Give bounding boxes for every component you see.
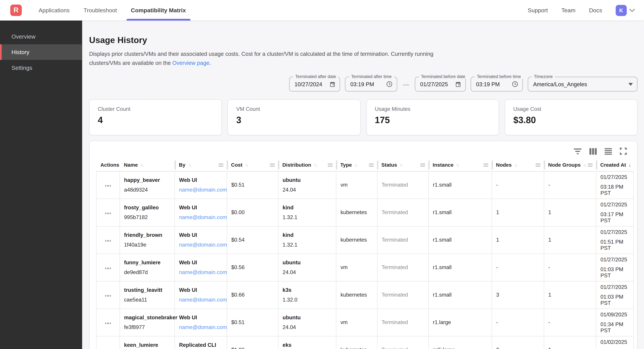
sort-icon: ↑↓ [188, 162, 192, 167]
columns-icon[interactable] [589, 148, 597, 154]
instance-cell: r1.small [429, 281, 492, 309]
card-value: 3 [236, 115, 352, 125]
terminated-before-time-input[interactable]: Terminated before time 03:19 PM [471, 77, 523, 91]
app-logo[interactable]: R [10, 4, 22, 16]
name-cell: friendly_brown1f40a19e [120, 226, 175, 254]
tab-troubleshoot[interactable]: Troubleshoot [76, 0, 124, 20]
nodes-cell: - [492, 309, 544, 336]
status-cell: Terminated [377, 254, 428, 281]
chevron-down-icon[interactable] [629, 8, 635, 12]
sort-icon: ↑↓ [245, 162, 249, 167]
column-menu-icon[interactable] [328, 163, 332, 167]
nodes-cell: 1 [492, 226, 544, 254]
terminated-before-date-input[interactable]: Terminated before date 01/27/2025 [415, 77, 466, 91]
density-icon[interactable] [604, 148, 612, 154]
instance-cell: m6i.large [429, 336, 492, 349]
calendar-icon[interactable] [329, 81, 336, 87]
field-value[interactable]: America/Los_Angeles [533, 81, 587, 87]
table-toolbar [90, 146, 637, 159]
email-link[interactable]: name@domain.com [179, 324, 227, 330]
main-content: Usage History Displays prior clusters/VM… [82, 20, 644, 349]
sort-icon: ↑↓ [514, 162, 518, 167]
avatar[interactable]: K [616, 5, 627, 16]
col-header-cost[interactable]: Cost↑↓ [227, 159, 278, 171]
by-cell: Web UIname@domain.com [175, 309, 227, 336]
type-cell: vm [336, 171, 377, 199]
col-header-status[interactable]: Status↑↓ [377, 159, 428, 171]
email-link[interactable]: name@domain.com [179, 214, 227, 220]
email-link[interactable]: name@domain.com [179, 269, 227, 275]
overview-page-link[interactable]: Overview page [172, 60, 209, 66]
col-header-by[interactable]: By↑↓ [175, 159, 227, 171]
node-groups-cell: - [544, 309, 596, 336]
link-support[interactable]: Support [528, 7, 548, 13]
column-menu-icon[interactable] [218, 163, 223, 167]
field-value[interactable]: 10/27/2024 [294, 81, 322, 87]
column-menu-icon[interactable] [420, 163, 425, 167]
nodes-cell: 3 [492, 336, 544, 349]
col-header-name[interactable]: Name↑↓ [120, 159, 175, 171]
calendar-icon[interactable] [455, 81, 461, 87]
filter-icon[interactable] [574, 148, 582, 154]
sort-icon: ↑↓ [400, 162, 403, 167]
email-link[interactable]: name@domain.com [179, 187, 227, 193]
row-actions-button[interactable] [104, 266, 113, 271]
link-team[interactable]: Team [562, 7, 576, 13]
instance-cell: r1.small [429, 199, 492, 226]
col-header-instance[interactable]: Instance↑↓ [429, 159, 492, 171]
tab-label: Compatibility Matrix [131, 7, 186, 13]
tab-applications[interactable]: Applications [32, 0, 76, 20]
col-header-distribution[interactable]: Distribution↑↓ [278, 159, 336, 171]
field-value[interactable]: 03:19 PM [350, 81, 374, 87]
email-link[interactable]: name@domain.com [179, 297, 227, 303]
clock-icon[interactable] [386, 81, 392, 87]
col-header-created-at[interactable]: Created At↓ [596, 159, 634, 171]
col-header-nodes[interactable]: Nodes↑↓ [492, 159, 544, 171]
row-actions-button[interactable] [104, 239, 113, 243]
terminated-after-time-input[interactable]: Terminated after time 03:19 PM [345, 77, 397, 91]
page-title: Usage History [89, 35, 644, 45]
field-value[interactable]: 01/27/2025 [420, 81, 448, 87]
actions-cell [96, 226, 120, 254]
col-header-type[interactable]: Type↑↓ [336, 159, 377, 171]
dropdown-arrow-icon[interactable] [628, 83, 633, 85]
timezone-select[interactable]: Timezone America/Los_Angeles [528, 77, 638, 91]
field-label: Terminated after date [293, 74, 338, 79]
by-cell: Replicated CLIname@domain.com [175, 336, 227, 349]
type-cell: vm [336, 254, 377, 281]
name-cell: keen_lumiere4819de16 [120, 336, 175, 349]
clock-icon[interactable] [512, 81, 518, 87]
sidebar-item-overview[interactable]: Overview [0, 29, 82, 44]
primary-tabs: Applications Troubleshoot Compatibility … [32, 0, 193, 20]
col-header-node-groups[interactable]: Node Groups↑↓ [544, 159, 596, 171]
sort-icon: ↑↓ [140, 162, 144, 167]
column-menu-icon[interactable] [270, 163, 275, 167]
fullscreen-icon[interactable] [620, 148, 627, 155]
distribution-cell: kind1.32.1 [278, 199, 336, 226]
terminated-after-date-input[interactable]: Terminated after date 10/27/2024 [289, 77, 340, 91]
actions-cell [96, 171, 120, 199]
type-cell: kubernetes [336, 336, 377, 349]
field-value[interactable]: 03:19 PM [476, 81, 500, 87]
row-actions-button[interactable] [104, 184, 113, 188]
column-menu-icon[interactable] [483, 163, 488, 167]
sidebar-item-settings[interactable]: Settings [0, 60, 82, 75]
row-actions-button[interactable] [104, 321, 113, 326]
row-actions-button[interactable] [104, 211, 113, 216]
link-docs[interactable]: Docs [589, 7, 602, 13]
user-menu[interactable]: K [616, 5, 635, 16]
sort-icon: ↑↓ [354, 162, 358, 167]
sort-icon: ↑↓ [456, 162, 460, 167]
type-cell: vm [336, 309, 377, 336]
card-value: $3.80 [513, 115, 629, 125]
email-link[interactable]: name@domain.com [179, 242, 227, 248]
col-header-actions: Actions [96, 159, 120, 171]
sort-desc-icon: ↓ [628, 162, 631, 168]
column-menu-icon[interactable] [535, 163, 540, 167]
sidebar-item-history[interactable]: History [0, 44, 82, 60]
column-menu-icon[interactable] [588, 163, 592, 167]
tab-label: Troubleshoot [84, 7, 117, 13]
tab-compatibility-matrix[interactable]: Compatibility Matrix [124, 0, 193, 20]
column-menu-icon[interactable] [369, 163, 374, 167]
row-actions-button[interactable] [104, 294, 113, 298]
